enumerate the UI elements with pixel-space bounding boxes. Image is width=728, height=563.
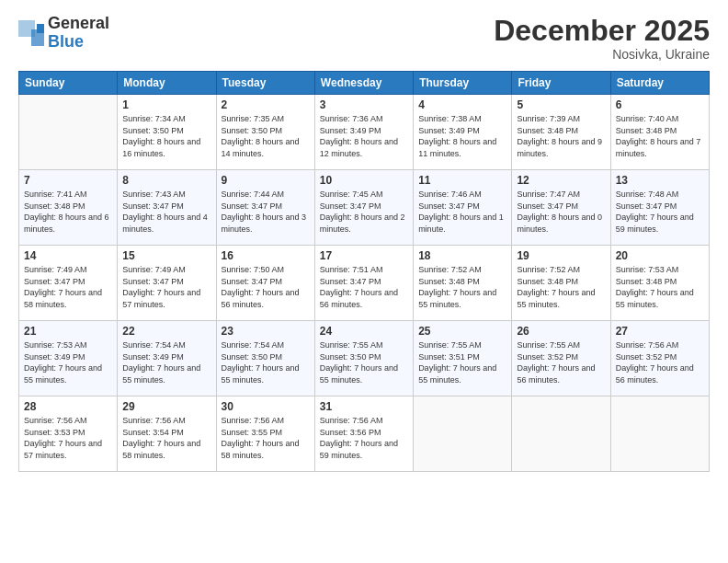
- th-saturday: Saturday: [610, 72, 709, 95]
- day-number: 29: [122, 400, 210, 413]
- day-info: Sunrise: 7:34 AMSunset: 3:50 PMDaylight:…: [122, 113, 210, 159]
- calendar-cell: 29Sunrise: 7:56 AMSunset: 3:54 PMDayligh…: [118, 396, 216, 472]
- calendar-cell: 10Sunrise: 7:45 AMSunset: 3:47 PMDayligh…: [314, 170, 413, 246]
- day-number: 20: [616, 249, 704, 262]
- week-row-2: 14Sunrise: 7:49 AMSunset: 3:47 PMDayligh…: [19, 246, 710, 321]
- th-thursday: Thursday: [414, 72, 512, 95]
- day-info: Sunrise: 7:35 AMSunset: 3:50 PMDaylight:…: [222, 113, 310, 159]
- day-info: Sunrise: 7:56 AMSunset: 3:54 PMDaylight:…: [122, 415, 210, 461]
- day-info: Sunrise: 7:38 AMSunset: 3:49 PMDaylight:…: [418, 113, 506, 159]
- svg-marker-2: [18, 20, 35, 37]
- day-info: Sunrise: 7:52 AMSunset: 3:48 PMDaylight:…: [517, 264, 605, 310]
- day-info: Sunrise: 7:56 AMSunset: 3:53 PMDaylight:…: [24, 415, 112, 461]
- day-number: 26: [517, 325, 605, 338]
- day-info: Sunrise: 7:39 AMSunset: 3:48 PMDaylight:…: [517, 113, 605, 159]
- th-friday: Friday: [512, 72, 610, 95]
- day-info: Sunrise: 7:56 AMSunset: 3:56 PMDaylight:…: [320, 415, 408, 461]
- day-info: Sunrise: 7:48 AMSunset: 3:47 PMDaylight:…: [616, 189, 704, 235]
- logo: General Blue: [18, 15, 109, 52]
- calendar-cell: 24Sunrise: 7:55 AMSunset: 3:50 PMDayligh…: [314, 321, 413, 396]
- calendar-cell: [512, 396, 610, 472]
- day-number: 9: [222, 174, 310, 187]
- day-number: 18: [418, 249, 506, 262]
- calendar-cell: 31Sunrise: 7:56 AMSunset: 3:56 PMDayligh…: [314, 396, 413, 472]
- calendar-cell: [19, 95, 118, 170]
- day-number: 2: [222, 98, 310, 111]
- day-number: 14: [24, 249, 112, 262]
- day-number: 15: [122, 249, 210, 262]
- day-number: 19: [517, 249, 605, 262]
- day-number: 12: [517, 174, 605, 187]
- day-info: Sunrise: 7:52 AMSunset: 3:48 PMDaylight:…: [418, 264, 506, 310]
- calendar-cell: 21Sunrise: 7:53 AMSunset: 3:49 PMDayligh…: [19, 321, 118, 396]
- day-number: 23: [222, 325, 310, 338]
- calendar-cell: [610, 396, 709, 472]
- calendar-cell: 7Sunrise: 7:41 AMSunset: 3:48 PMDaylight…: [19, 170, 118, 246]
- day-info: Sunrise: 7:54 AMSunset: 3:50 PMDaylight:…: [222, 339, 310, 385]
- day-info: Sunrise: 7:55 AMSunset: 3:51 PMDaylight:…: [418, 339, 506, 385]
- calendar-cell: 23Sunrise: 7:54 AMSunset: 3:50 PMDayligh…: [216, 321, 314, 396]
- day-number: 6: [616, 98, 704, 111]
- day-info: Sunrise: 7:46 AMSunset: 3:47 PMDaylight:…: [418, 189, 506, 235]
- logo-text: General Blue: [48, 15, 109, 52]
- calendar-cell: 13Sunrise: 7:48 AMSunset: 3:47 PMDayligh…: [610, 170, 709, 246]
- day-info: Sunrise: 7:45 AMSunset: 3:47 PMDaylight:…: [320, 189, 408, 235]
- page: General Blue December 2025 Nosivka, Ukra…: [0, 0, 728, 563]
- day-number: 22: [122, 325, 210, 338]
- logo-icon: [18, 20, 44, 46]
- day-number: 17: [320, 249, 408, 262]
- th-wednesday: Wednesday: [314, 72, 413, 95]
- day-number: 7: [24, 174, 112, 187]
- day-number: 31: [320, 400, 408, 413]
- calendar-cell: 8Sunrise: 7:43 AMSunset: 3:47 PMDaylight…: [118, 170, 216, 246]
- day-number: 8: [122, 174, 210, 187]
- th-sunday: Sunday: [19, 72, 118, 95]
- day-info: Sunrise: 7:55 AMSunset: 3:52 PMDaylight:…: [517, 339, 605, 385]
- calendar-cell: 1Sunrise: 7:34 AMSunset: 3:50 PMDaylight…: [118, 95, 216, 170]
- logo-blue: Blue: [48, 33, 109, 52]
- week-row-0: 1Sunrise: 7:34 AMSunset: 3:50 PMDaylight…: [19, 95, 710, 170]
- day-info: Sunrise: 7:41 AMSunset: 3:48 PMDaylight:…: [24, 189, 112, 235]
- day-info: Sunrise: 7:36 AMSunset: 3:49 PMDaylight:…: [320, 113, 408, 159]
- day-number: 4: [418, 98, 506, 111]
- calendar-cell: 11Sunrise: 7:46 AMSunset: 3:47 PMDayligh…: [414, 170, 512, 246]
- week-row-4: 28Sunrise: 7:56 AMSunset: 3:53 PMDayligh…: [19, 396, 710, 472]
- calendar-cell: [414, 396, 512, 472]
- header: General Blue December 2025 Nosivka, Ukra…: [18, 15, 710, 62]
- day-number: 25: [418, 325, 506, 338]
- week-row-3: 21Sunrise: 7:53 AMSunset: 3:49 PMDayligh…: [19, 321, 710, 396]
- calendar-cell: 4Sunrise: 7:38 AMSunset: 3:49 PMDaylight…: [414, 95, 512, 170]
- day-info: Sunrise: 7:53 AMSunset: 3:49 PMDaylight:…: [24, 339, 112, 385]
- calendar-cell: 30Sunrise: 7:56 AMSunset: 3:55 PMDayligh…: [216, 396, 314, 472]
- calendar-cell: 17Sunrise: 7:51 AMSunset: 3:47 PMDayligh…: [314, 246, 413, 321]
- day-number: 11: [418, 174, 506, 187]
- month-title: December 2025: [494, 15, 710, 47]
- day-info: Sunrise: 7:54 AMSunset: 3:49 PMDaylight:…: [122, 339, 210, 385]
- day-number: 24: [320, 325, 408, 338]
- week-row-1: 7Sunrise: 7:41 AMSunset: 3:48 PMDaylight…: [19, 170, 710, 246]
- day-info: Sunrise: 7:47 AMSunset: 3:47 PMDaylight:…: [517, 189, 605, 235]
- logo-general: General: [48, 15, 109, 33]
- header-row: Sunday Monday Tuesday Wednesday Thursday…: [19, 72, 710, 95]
- calendar-cell: 12Sunrise: 7:47 AMSunset: 3:47 PMDayligh…: [512, 170, 610, 246]
- th-monday: Monday: [118, 72, 216, 95]
- day-number: 21: [24, 325, 112, 338]
- calendar-cell: 19Sunrise: 7:52 AMSunset: 3:48 PMDayligh…: [512, 246, 610, 321]
- day-number: 1: [122, 98, 210, 111]
- th-tuesday: Tuesday: [216, 72, 314, 95]
- day-number: 10: [320, 174, 408, 187]
- calendar-cell: 3Sunrise: 7:36 AMSunset: 3:49 PMDaylight…: [314, 95, 413, 170]
- calendar-cell: 20Sunrise: 7:53 AMSunset: 3:48 PMDayligh…: [610, 246, 709, 321]
- day-info: Sunrise: 7:55 AMSunset: 3:50 PMDaylight:…: [320, 339, 408, 385]
- calendar-cell: 27Sunrise: 7:56 AMSunset: 3:52 PMDayligh…: [610, 321, 709, 396]
- calendar-cell: 6Sunrise: 7:40 AMSunset: 3:48 PMDaylight…: [610, 95, 709, 170]
- day-info: Sunrise: 7:53 AMSunset: 3:48 PMDaylight:…: [616, 264, 704, 310]
- day-info: Sunrise: 7:51 AMSunset: 3:47 PMDaylight:…: [320, 264, 408, 310]
- calendar-cell: 28Sunrise: 7:56 AMSunset: 3:53 PMDayligh…: [19, 396, 118, 472]
- calendar-cell: 2Sunrise: 7:35 AMSunset: 3:50 PMDaylight…: [216, 95, 314, 170]
- day-number: 16: [222, 249, 310, 262]
- title-block: December 2025 Nosivka, Ukraine: [494, 15, 710, 62]
- calendar-cell: 16Sunrise: 7:50 AMSunset: 3:47 PMDayligh…: [216, 246, 314, 321]
- calendar-cell: 5Sunrise: 7:39 AMSunset: 3:48 PMDaylight…: [512, 95, 610, 170]
- calendar-cell: 18Sunrise: 7:52 AMSunset: 3:48 PMDayligh…: [414, 246, 512, 321]
